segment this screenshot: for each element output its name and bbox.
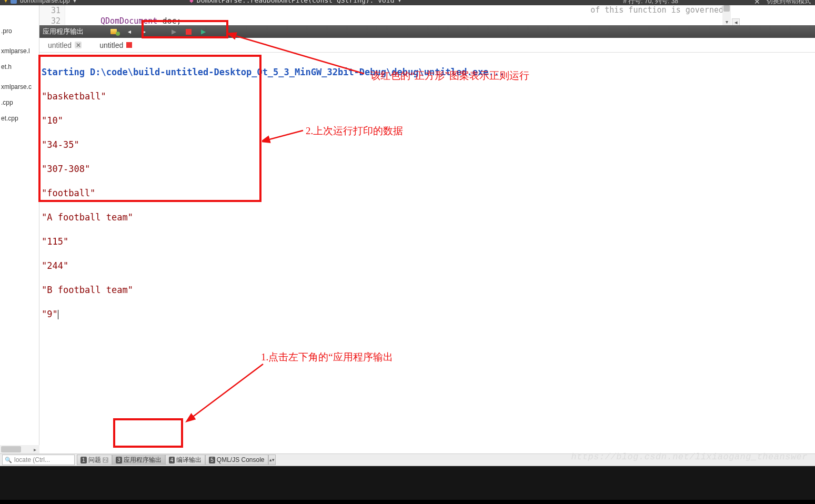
output-tab[interactable]: untitled ✕	[45, 39, 85, 52]
pane-label: 问题	[88, 456, 101, 465]
search-icon: 🔍	[5, 457, 12, 463]
run-icon[interactable]: ▶	[169, 27, 178, 36]
close-icon[interactable]: ✕	[754, 0, 760, 6]
scrollbar-down-arrow[interactable]: ▾	[722, 18, 731, 25]
os-taskbar	[0, 466, 815, 504]
sidebar-item[interactable]: et.h	[0, 59, 39, 75]
pane-number: 4	[169, 457, 175, 463]
pane-label: 编译输出	[176, 456, 202, 465]
sidebar-item[interactable]: .pro	[0, 23, 39, 39]
function-icon: ◆	[189, 0, 194, 4]
line-gutter: 31 32	[39, 5, 65, 26]
file-dropdown-icon[interactable]: ▾	[4, 0, 7, 4]
output-line: "9"	[42, 308, 813, 320]
output-line: "football"	[42, 187, 813, 199]
output-line: "10"	[42, 115, 813, 127]
running-indicator-icon	[126, 42, 132, 48]
stop-icon[interactable]	[184, 27, 193, 36]
issues-count-badge: 2	[103, 457, 109, 463]
sidebar-item[interactable]: .cpp	[0, 95, 39, 110]
sidebar-hscroll[interactable]: ▸	[0, 445, 39, 453]
output-tabs: untitled ✕ untitled	[39, 38, 815, 53]
annotation-text: 1.点击左下角的“应用程序输出	[261, 350, 393, 364]
help-panel: ◂	[732, 5, 815, 26]
editor-vscroll[interactable]: ▾	[722, 5, 731, 25]
output-tab-label: untitled	[48, 41, 72, 49]
line-number: 31	[39, 5, 61, 16]
breadcrumb-dropdown-icon[interactable]: ▾	[73, 0, 76, 4]
scrollbar-thumb[interactable]	[1, 446, 21, 452]
issues-pane-button[interactable]: 1 问题 2	[77, 455, 112, 465]
text-cursor	[58, 310, 58, 319]
pane-number: 5	[209, 457, 215, 463]
pane-number: 1	[81, 457, 87, 463]
watermark: https://blog.csdn.net/lixiaogang_theansw…	[571, 452, 808, 462]
next-output-icon[interactable]: ▸	[139, 27, 149, 36]
output-line: "115"	[42, 236, 813, 248]
output-line: "307-308"	[42, 163, 813, 175]
compile-output-pane-button[interactable]: 4 编译输出	[165, 455, 206, 465]
prev-output-icon[interactable]: ◂	[125, 27, 134, 36]
preferences-icon[interactable]	[110, 27, 119, 36]
top-bar: ▾ domxmlparse.cpp ▾ ◆ DomXmlParse::readD…	[0, 0, 815, 5]
output-line: "basketball"	[42, 90, 813, 103]
sidebar-item[interactable]: xmlparse.l	[0, 43, 39, 59]
output-body[interactable]: Starting D:\code\build-untitled-Desktop_…	[39, 53, 815, 445]
output-line: "34-35"	[42, 139, 813, 151]
code-comment: of this function is governed	[590, 5, 723, 15]
output-line: "244"	[42, 260, 813, 272]
pane-stepper[interactable]: ▴▾	[268, 455, 276, 465]
output-line: "B football team"	[42, 284, 813, 296]
app-output-pane-button[interactable]: 3 应用程序输出	[112, 455, 165, 465]
function-dropdown-icon[interactable]: ▾	[398, 0, 402, 4]
sidebar-item[interactable]: et.cpp	[0, 110, 39, 126]
line-number: 32	[39, 16, 61, 26]
project-sidebar: .pro xmlparse.l et.h xmlparse.c .cpp et.…	[0, 5, 39, 445]
output-tab-label: untitled	[99, 41, 123, 49]
output-panel-title: 应用程序输出	[43, 27, 84, 36]
output-toolbar: 应用程序输出 ◂ ▸ ▶ ▶	[39, 25, 815, 38]
output-line: "A football team"	[42, 211, 813, 224]
annotation-text: 2.上次运行打印的数据	[306, 124, 403, 138]
function-breadcrumb[interactable]: DomXmlParse::readDomXmlFile(const QStrin…	[197, 0, 395, 4]
locator-placeholder: locate (Ctrl...	[14, 456, 50, 463]
sidebar-item[interactable]: xmlparse.c	[0, 79, 39, 95]
file-icon	[11, 0, 17, 4]
cursor-position: # 行号: 70, 列号: 38	[623, 0, 678, 5]
current-file-label[interactable]: domxmlparse.cpp	[20, 0, 70, 4]
locator-search[interactable]: 🔍 locate (Ctrl...	[2, 455, 75, 465]
pane-number: 3	[116, 457, 122, 463]
run-debug-icon[interactable]: ▶	[198, 27, 208, 36]
code-editor[interactable]: QDomDocument doc; of this function is go…	[69, 5, 723, 26]
scrollbar-thumb[interactable]	[723, 5, 730, 12]
output-tab[interactable]: untitled	[96, 39, 135, 52]
pane-label: 应用程序输出	[124, 456, 162, 465]
scrollbar-right-arrow[interactable]: ▸	[31, 445, 38, 453]
qml-console-pane-button[interactable]: 5 QML/JS Console	[205, 455, 268, 465]
annotation-text: 该红色的“正方形”图案表示正则运行	[370, 69, 529, 83]
close-tab-icon[interactable]: ✕	[75, 42, 82, 48]
pane-label: QML/JS Console	[217, 456, 265, 463]
